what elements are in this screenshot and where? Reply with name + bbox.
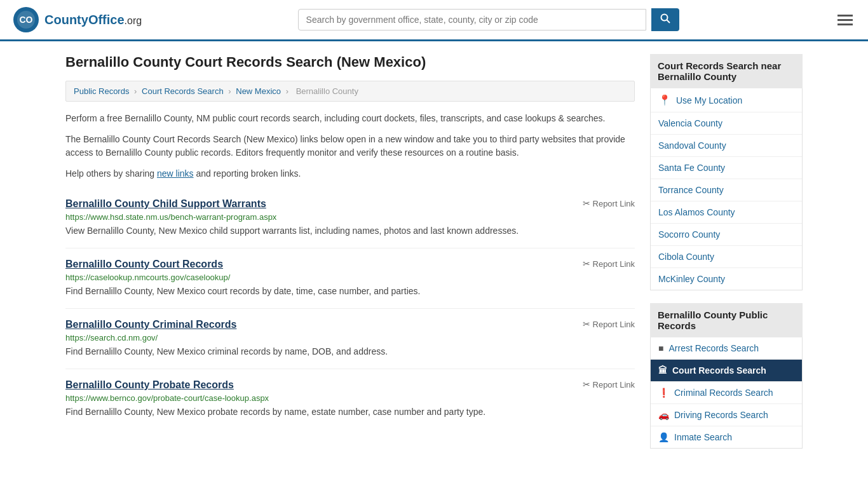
nearby-title: Court Records Search near Bernalillo Cou…: [650, 54, 803, 88]
use-location-link[interactable]: 📍 Use My Location: [651, 88, 802, 112]
breadcrumb-public-records[interactable]: Public Records: [74, 86, 129, 96]
record-icon: 🏛: [658, 365, 667, 376]
report-link-label: Report Link: [593, 259, 635, 269]
nearby-county-item: Santa Fe County: [651, 157, 802, 179]
menu-bar-3: [837, 24, 853, 25]
public-record-item: 🚗Driving Records Search: [651, 404, 802, 426]
result-url-2: https://search.cd.nm.gov/: [65, 333, 635, 342]
public-records-links: ■Arrest Records Search🏛Court Records Sea…: [650, 337, 803, 449]
sidebar: Court Records Search near Bernalillo Cou…: [650, 54, 803, 461]
menu-button[interactable]: [835, 12, 855, 28]
breadcrumb: Public Records › Court Records Search › …: [65, 81, 635, 102]
public-record-link[interactable]: ■Arrest Records Search: [651, 337, 802, 359]
record-icon: ❗: [658, 388, 669, 398]
result-title-1[interactable]: Bernalillo County Court Records: [65, 259, 223, 270]
result-item: Bernalillo County Probate Records ✂ Repo…: [65, 369, 635, 429]
public-records-section: Bernalillo County Public Records ■Arrest…: [650, 303, 803, 449]
nearby-county-item: Valencia County: [651, 112, 802, 135]
nearby-county-link[interactable]: McKinley County: [651, 268, 802, 290]
public-record-item: ❗Criminal Records Search: [651, 382, 802, 404]
public-record-link[interactable]: 🏛Court Records Search: [651, 360, 802, 381]
report-link-1[interactable]: ✂ Report Link: [583, 259, 635, 269]
result-item: Bernalillo County Child Support Warrants…: [65, 188, 635, 248]
report-icon: ✂: [583, 319, 590, 329]
record-label: Arrest Records Search: [668, 343, 759, 353]
logo-icon: CO: [13, 6, 39, 33]
nearby-county-link[interactable]: Sandoval County: [651, 135, 802, 156]
search-button[interactable]: [651, 8, 679, 31]
breadcrumb-new-mexico[interactable]: New Mexico: [236, 86, 281, 96]
result-desc-1: Find Bernalillo County, New Mexico court…: [65, 285, 635, 298]
result-url-1: https://caselookup.nmcourts.gov/caselook…: [65, 273, 635, 282]
report-link-label: Report Link: [593, 320, 635, 329]
svg-text:CO: CO: [20, 15, 33, 25]
description-para1: Perform a free Bernalillo County, NM pub…: [65, 112, 635, 125]
logo[interactable]: CO CountyOffice.org: [13, 6, 142, 33]
report-link-0[interactable]: ✂ Report Link: [583, 198, 635, 208]
record-label: Inmate Search: [674, 432, 732, 442]
result-item: Bernalillo County Criminal Records ✂ Rep…: [65, 309, 635, 369]
result-desc-2: Find Bernalillo County, New Mexico crimi…: [65, 345, 635, 358]
record-label: Driving Records Search: [674, 410, 768, 420]
location-icon: 📍: [658, 94, 671, 106]
svg-line-4: [667, 20, 670, 24]
record-icon: 🚗: [658, 410, 669, 420]
result-url-0: https://www.hsd.state.nm.us/bench-warran…: [65, 212, 635, 222]
report-link-label: Report Link: [593, 380, 635, 390]
report-icon: ✂: [583, 259, 590, 269]
menu-bar-1: [837, 15, 853, 17]
nearby-county-link[interactable]: Valencia County: [651, 112, 802, 134]
nearby-county-link[interactable]: Torrance County: [651, 179, 802, 201]
public-record-link[interactable]: 👤Inmate Search: [651, 426, 802, 448]
results-list: Bernalillo County Child Support Warrants…: [65, 188, 635, 429]
result-title-2[interactable]: Bernalillo County Criminal Records: [65, 319, 236, 330]
public-record-link[interactable]: ❗Criminal Records Search: [651, 382, 802, 403]
breadcrumb-current: Bernalillo County: [296, 86, 358, 96]
report-icon: ✂: [583, 198, 590, 208]
svg-point-3: [661, 15, 667, 21]
result-desc-3: Find Bernalillo County, New Mexico proba…: [65, 405, 635, 419]
public-record-item: 👤Inmate Search: [651, 426, 802, 448]
nearby-county-item: Sandoval County: [651, 135, 802, 157]
report-icon: ✂: [583, 379, 590, 390]
nearby-section: Court Records Search near Bernalillo Cou…: [650, 54, 803, 290]
result-title-3[interactable]: Bernalillo County Probate Records: [65, 379, 234, 391]
nearby-county-item: McKinley County: [651, 268, 802, 290]
report-link-label: Report Link: [593, 199, 635, 208]
nearby-county-item: Socorro County: [651, 224, 802, 246]
search-icon: [660, 13, 670, 24]
result-item: Bernalillo County Court Records ✂ Report…: [65, 248, 635, 309]
nearby-county-link[interactable]: Cibola County: [651, 246, 802, 268]
public-records-title: Bernalillo County Public Records: [650, 303, 803, 337]
nearby-county-link[interactable]: Los Alamos County: [651, 201, 802, 223]
record-icon: ■: [658, 343, 663, 353]
use-location-item: 📍 Use My Location: [651, 88, 802, 112]
description-para2: The Bernalillo County Court Records Sear…: [65, 133, 635, 159]
nearby-county-item: Los Alamos County: [651, 201, 802, 224]
public-record-item: ■Arrest Records Search: [651, 337, 802, 360]
public-record-link[interactable]: 🚗Driving Records Search: [651, 404, 802, 426]
record-label: Criminal Records Search: [674, 388, 773, 398]
nearby-county-item: Cibola County: [651, 246, 802, 268]
logo-text: CountyOffice.org: [44, 13, 142, 27]
result-title-0[interactable]: Bernalillo County Child Support Warrants: [65, 198, 266, 210]
public-record-item: 🏛Court Records Search: [651, 360, 802, 382]
menu-bar-2: [837, 19, 853, 21]
nearby-links: 📍 Use My Location Valencia CountySandova…: [650, 88, 803, 290]
report-link-2[interactable]: ✂ Report Link: [583, 319, 635, 329]
record-icon: 👤: [658, 432, 669, 442]
nearby-county-link[interactable]: Socorro County: [651, 224, 802, 245]
record-label: Court Records Search: [672, 365, 766, 376]
page-title: Bernalillo County Court Records Search (…: [65, 54, 635, 71]
breadcrumb-court-records-search[interactable]: Court Records Search: [142, 86, 224, 96]
search-input[interactable]: [298, 9, 646, 30]
description-para3: Help others by sharing new links and rep…: [65, 167, 635, 180]
report-link-3[interactable]: ✂ Report Link: [583, 379, 635, 390]
nearby-county-item: Torrance County: [651, 179, 802, 201]
nearby-county-link[interactable]: Santa Fe County: [651, 157, 802, 179]
new-links-link[interactable]: new links: [157, 168, 194, 179]
result-desc-0: View Bernalillo County, New Mexico child…: [65, 224, 635, 238]
result-url-3: https://www.bernco.gov/probate-court/cas…: [65, 393, 635, 403]
